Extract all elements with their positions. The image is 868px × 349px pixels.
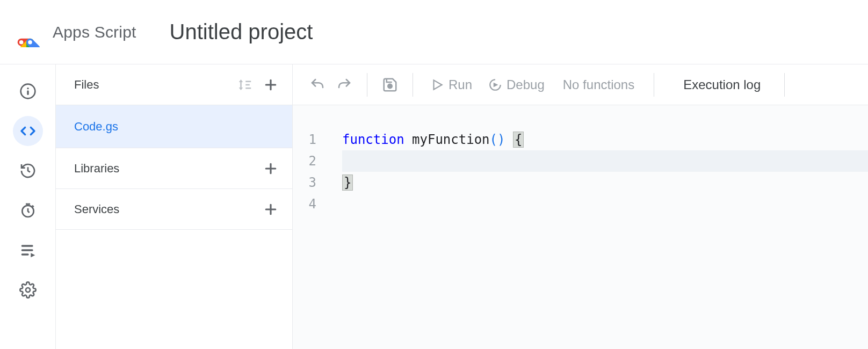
svg-marker-16: [31, 253, 35, 257]
toolbar-divider: [367, 73, 367, 97]
nav-history[interactable]: [13, 156, 43, 186]
svg-point-4: [28, 40, 32, 43]
logo[interactable]: Apps Script: [15, 17, 136, 47]
svg-point-24: [388, 84, 392, 88]
line-number: 4: [293, 193, 316, 215]
nav-executions[interactable]: [13, 235, 43, 265]
files-sidebar: Files Code.gs Libraries Services: [56, 64, 293, 349]
undo-icon[interactable]: [307, 74, 328, 96]
line-gutter: 1 2 3 4: [293, 129, 327, 349]
svg-marker-26: [494, 82, 498, 87]
svg-point-5: [19, 40, 23, 43]
code-line-2: [342, 150, 868, 172]
execution-log-button[interactable]: Execution log: [671, 77, 772, 92]
function-select-value: No functions: [563, 77, 634, 92]
function-select[interactable]: No functions: [555, 77, 642, 92]
add-library-icon[interactable]: [261, 159, 280, 178]
services-section-header: Services: [56, 189, 292, 230]
debug-label: Debug: [507, 77, 545, 92]
line-number: 2: [293, 150, 316, 172]
nav-settings[interactable]: [13, 275, 43, 305]
nav-rail: [0, 64, 56, 349]
app-name: Apps Script: [53, 23, 136, 41]
toolbar-divider: [784, 73, 785, 97]
svg-marker-25: [434, 80, 442, 89]
line-number: 1: [293, 129, 316, 150]
file-name: Code.gs: [74, 120, 118, 134]
code-content[interactable]: function myFunction() { }: [327, 129, 868, 349]
svg-point-17: [26, 288, 30, 292]
apps-script-logo-icon: [15, 17, 45, 47]
files-section-header: Files: [56, 64, 292, 105]
code-line-1: function myFunction() {: [342, 129, 868, 150]
run-button[interactable]: Run: [425, 77, 478, 92]
code-editor[interactable]: 1 2 3 4 function myFunction() { }: [293, 105, 868, 349]
app-header: Apps Script Untitled project: [0, 0, 868, 64]
files-label: Files: [74, 78, 99, 92]
nav-triggers[interactable]: [13, 195, 43, 226]
sort-files-icon[interactable]: [235, 75, 255, 94]
toolbar-divider: [654, 73, 654, 97]
code-line-3: }: [342, 172, 868, 193]
svg-point-7: [28, 31, 32, 35]
project-title[interactable]: Untitled project: [170, 20, 313, 44]
run-label: Run: [449, 77, 472, 92]
toolbar-divider: [413, 73, 413, 97]
libraries-label: Libraries: [74, 162, 119, 176]
nav-overview[interactable]: [13, 76, 43, 106]
save-icon[interactable]: [379, 74, 401, 96]
editor-toolbar: Run Debug No functions Execution log: [293, 64, 868, 105]
file-item-code-gs[interactable]: Code.gs: [56, 105, 292, 148]
services-label: Services: [74, 202, 119, 216]
svg-point-8: [34, 34, 38, 38]
libraries-section-header: Libraries: [56, 148, 292, 189]
redo-icon[interactable]: [334, 74, 355, 96]
add-service-icon[interactable]: [261, 200, 280, 219]
code-line-4: [342, 193, 868, 215]
add-file-icon[interactable]: [261, 75, 280, 94]
execution-log-label: Execution log: [683, 77, 761, 92]
line-number: 3: [293, 172, 316, 193]
nav-editor[interactable]: [13, 116, 43, 146]
debug-button[interactable]: Debug: [483, 77, 550, 92]
svg-point-6: [22, 34, 26, 38]
editor-main: Run Debug No functions Execution log 1 2…: [293, 64, 868, 349]
